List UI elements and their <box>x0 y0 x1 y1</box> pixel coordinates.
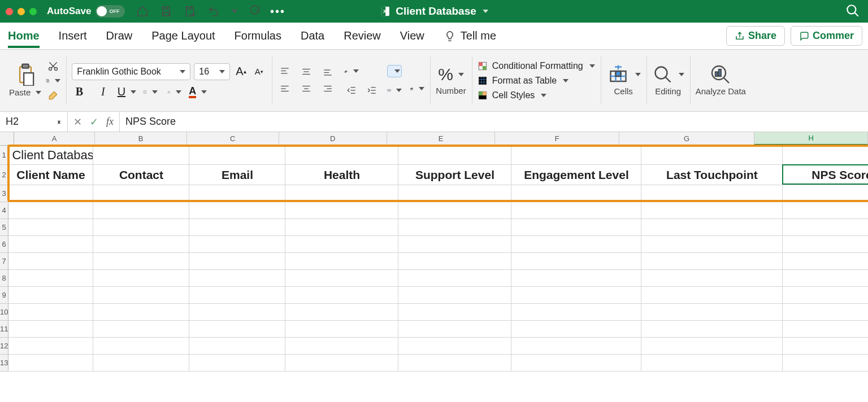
orientation-icon[interactable]: ab <box>344 65 359 77</box>
cell-B9[interactable] <box>93 287 189 303</box>
cell-C9[interactable] <box>189 287 285 303</box>
cell-F12[interactable] <box>511 338 641 354</box>
format-painter-icon[interactable] <box>46 89 60 102</box>
row-header-4[interactable]: 4 <box>0 202 8 219</box>
column-header-C[interactable]: C <box>187 132 279 145</box>
cell-F8[interactable] <box>511 270 641 286</box>
tab-draw[interactable]: Draw <box>106 29 133 42</box>
number-format-button[interactable]: % Number <box>436 65 466 96</box>
cell-G7[interactable] <box>641 253 783 269</box>
cell-G11[interactable] <box>641 321 783 337</box>
cell-G12[interactable] <box>641 338 783 354</box>
cell-C8[interactable] <box>189 270 285 286</box>
cell-C10[interactable] <box>189 304 285 320</box>
undo-icon[interactable] <box>206 5 221 18</box>
cell-A7[interactable] <box>8 253 93 269</box>
cell-F6[interactable] <box>511 236 641 252</box>
comments-button[interactable]: Commer <box>791 26 862 46</box>
cell-F11[interactable] <box>511 321 641 337</box>
column-header-H[interactable]: H <box>754 132 868 145</box>
tab-page-layout[interactable]: Page Layout <box>151 29 215 42</box>
cell-C5[interactable] <box>189 219 285 235</box>
cell-C2[interactable]: Email <box>189 165 285 185</box>
cell-D7[interactable] <box>285 253 398 269</box>
cell-B11[interactable] <box>93 321 189 337</box>
tab-data[interactable]: Data <box>301 29 324 42</box>
cell-A8[interactable] <box>8 270 93 286</box>
cell-F10[interactable] <box>511 304 641 320</box>
tab-insert[interactable]: Insert <box>59 29 87 42</box>
search-button[interactable] <box>845 3 860 20</box>
cell-H9[interactable] <box>783 287 868 303</box>
cell-A5[interactable] <box>8 219 93 235</box>
column-header-D[interactable]: D <box>279 132 387 145</box>
cell-E4[interactable] <box>398 202 511 219</box>
cell-G9[interactable] <box>641 287 783 303</box>
column-header-B[interactable]: B <box>95 132 187 145</box>
redo-icon[interactable] <box>246 5 261 18</box>
cell-A12[interactable] <box>8 338 93 354</box>
cell-G4[interactable] <box>641 202 783 219</box>
cancel-formula-icon[interactable]: ✕ <box>73 116 82 128</box>
cell-C3[interactable] <box>189 185 285 202</box>
cell-B12[interactable] <box>93 338 189 354</box>
autosave-control[interactable]: AutoSave OFF <box>47 5 125 18</box>
close-window-button[interactable] <box>6 8 13 15</box>
cell-H1[interactable] <box>783 146 868 164</box>
row-header-9[interactable]: 9 <box>0 287 8 304</box>
cell-F13[interactable] <box>511 355 641 371</box>
cell-D3[interactable] <box>285 185 398 202</box>
cell-E8[interactable] <box>398 270 511 286</box>
autosave-toggle[interactable]: OFF <box>96 5 125 18</box>
cell-E6[interactable] <box>398 236 511 252</box>
cell-F3[interactable] <box>511 185 641 202</box>
cell-D8[interactable] <box>285 270 398 286</box>
cell-F9[interactable] <box>511 287 641 303</box>
row-header-11[interactable]: 11 <box>0 321 8 338</box>
cell-D5[interactable] <box>285 219 398 235</box>
align-center-icon[interactable] <box>299 82 314 95</box>
cell-B7[interactable] <box>93 253 189 269</box>
row-header-8[interactable]: 8 <box>0 270 8 287</box>
cell-E9[interactable] <box>398 287 511 303</box>
cell-A11[interactable] <box>8 321 93 337</box>
cell-H2[interactable]: NPS Score <box>783 165 868 185</box>
row-header-7[interactable]: 7 <box>0 253 8 270</box>
cell-H7[interactable] <box>783 253 868 269</box>
editing-button[interactable]: Editing <box>652 64 684 97</box>
cell-H6[interactable] <box>783 236 868 252</box>
cell-F1[interactable] <box>511 146 641 164</box>
row-header-13[interactable]: 13 <box>0 355 8 372</box>
cell-A2[interactable]: Client Name <box>8 165 93 185</box>
row-header-12[interactable]: 12 <box>0 338 8 355</box>
cell-A3[interactable] <box>8 185 93 202</box>
increase-font-icon[interactable]: A▴ <box>233 65 248 78</box>
cell-F2[interactable]: Engagement Level <box>511 165 641 185</box>
cell-D13[interactable] <box>285 355 398 371</box>
cell-C11[interactable] <box>189 321 285 337</box>
cell-B5[interactable] <box>93 219 189 235</box>
cell-F5[interactable] <box>511 219 641 235</box>
fill-color-button[interactable] <box>167 86 181 98</box>
cut-icon[interactable] <box>46 60 60 72</box>
wrap-text-button[interactable]: abc <box>387 65 402 77</box>
cell-G6[interactable] <box>641 236 783 252</box>
copy-icon[interactable] <box>46 75 60 87</box>
cell-G10[interactable] <box>641 304 783 320</box>
merge-center-button[interactable] <box>387 84 402 97</box>
column-header-A[interactable]: A <box>14 132 95 145</box>
conditional-formatting-button[interactable]: Conditional Formatting <box>478 61 595 71</box>
borders-button[interactable] <box>143 86 158 98</box>
cell-A9[interactable] <box>8 287 93 303</box>
cell-E2[interactable]: Support Level <box>398 165 511 185</box>
cell-H11[interactable] <box>783 321 868 337</box>
more-icon[interactable]: ••• <box>270 5 285 18</box>
tell-me[interactable]: Tell me <box>444 29 496 42</box>
align-middle-icon[interactable] <box>299 65 314 78</box>
cell-G1[interactable] <box>641 146 783 164</box>
decrease-indent-icon[interactable] <box>344 84 359 97</box>
cell-C1[interactable] <box>189 146 285 164</box>
decrease-font-icon[interactable]: A▾ <box>251 65 266 78</box>
minimize-window-button[interactable] <box>18 8 25 15</box>
cell-H13[interactable] <box>783 355 868 371</box>
